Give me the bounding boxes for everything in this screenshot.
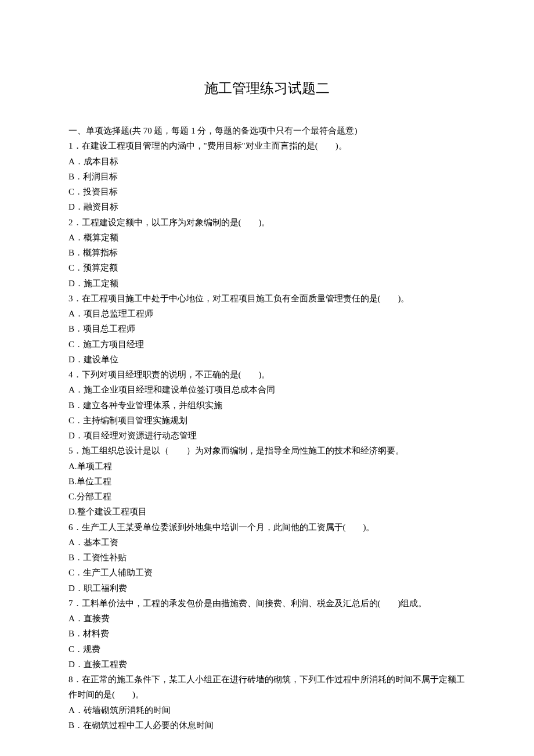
option: B．建立各种专业管理体系，并组织实施 bbox=[68, 398, 466, 413]
option: A．概算定额 bbox=[68, 230, 466, 245]
option: D．项目经理对资源进行动态管理 bbox=[68, 428, 466, 443]
option: A．基本工资 bbox=[68, 535, 466, 550]
content-body: 一、单项选择题(共 70 题，每题 1 分，每题的备选项中只有一个最符合题意) … bbox=[68, 123, 466, 733]
option: C．规费 bbox=[68, 642, 466, 657]
option: A．项目总监理工程师 bbox=[68, 306, 466, 321]
option: B．概算指标 bbox=[68, 245, 466, 260]
option: D.整个建设工程项目 bbox=[68, 504, 466, 519]
option: A．直接费 bbox=[68, 611, 466, 626]
question-stem: 6．生产工人王某受单位委派到外地集中培训一个月，此间他的工资属于( )。 bbox=[68, 520, 466, 535]
question-stem: 1．在建设工程项目管理的内涵中，"费用目标"对业主而言指的是( )。 bbox=[68, 138, 466, 153]
option: A．施工企业项目经理和建设单位签订项目总成本合同 bbox=[68, 382, 466, 397]
option: D．建设单位 bbox=[68, 352, 466, 367]
option: C．施工方项目经理 bbox=[68, 337, 466, 352]
page-title: 施工管理练习试题二 bbox=[68, 79, 466, 98]
option: A.单项工程 bbox=[68, 459, 466, 474]
option: D．职工福利费 bbox=[68, 581, 466, 596]
option: D．直接工程费 bbox=[68, 657, 466, 672]
question-stem: 4．下列对项目经理职责的说明，不正确的是( )。 bbox=[68, 367, 466, 382]
option: C．投资目标 bbox=[68, 184, 466, 199]
question-stem: 8．在正常的施工条件下，某工人小组正在进行砖墙的砌筑，下列工作过程中所消耗的时间… bbox=[68, 672, 466, 703]
document-page: 施工管理练习试题二 一、单项选择题(共 70 题，每题 1 分，每题的备选项中只… bbox=[0, 0, 534, 756]
section-header: 一、单项选择题(共 70 题，每题 1 分，每题的备选项中只有一个最符合题意) bbox=[68, 123, 466, 138]
option: B．在砌筑过程中工人必要的休息时间 bbox=[68, 718, 466, 733]
option: C．预算定额 bbox=[68, 260, 466, 275]
option: B.单位工程 bbox=[68, 474, 466, 489]
question-stem: 5．施工组织总设计是以（ ）为对象而编制，是指导全局性施工的技术和经济纲要。 bbox=[68, 443, 466, 458]
option: B．项目总工程师 bbox=[68, 321, 466, 336]
option: C．生产工人辅助工资 bbox=[68, 565, 466, 580]
option: A．砖墙砌筑所消耗的时间 bbox=[68, 703, 466, 718]
option: D．融资目标 bbox=[68, 199, 466, 214]
option: B．材料费 bbox=[68, 626, 466, 641]
option: B．工资性补贴 bbox=[68, 550, 466, 565]
question-stem: 2．工程建设定额中，以工序为对象编制的是( )。 bbox=[68, 215, 466, 230]
option: C.分部工程 bbox=[68, 489, 466, 504]
option: B．利润目标 bbox=[68, 169, 466, 184]
question-stem: 7．工料单价法中，工程的承发包价是由措施费、间接费、利润、税金及汇总后的( )组… bbox=[68, 596, 466, 611]
option: C．主持编制项目管理实施规划 bbox=[68, 413, 466, 428]
option: D．施工定额 bbox=[68, 276, 466, 291]
question-stem: 3．在工程项目施工中处于中心地位，对工程项目施工负有全面质量管理责任的是( )。 bbox=[68, 291, 466, 306]
option: A．成本目标 bbox=[68, 154, 466, 169]
